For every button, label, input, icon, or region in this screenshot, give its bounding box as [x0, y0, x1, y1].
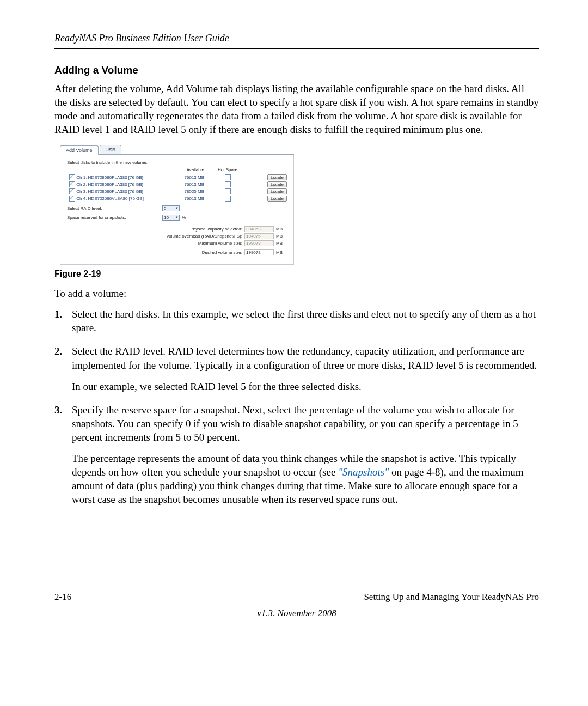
- add-volume-screenshot: Add Volume USB Select disks to include i…: [60, 145, 294, 265]
- disk-name: Ch 1: HDS728080PLA380 [76 GB]: [76, 175, 143, 180]
- disk-checkbox[interactable]: [69, 188, 75, 194]
- disk-checkbox[interactable]: [69, 181, 75, 187]
- tab-usb[interactable]: USB: [100, 145, 122, 154]
- page-number: 2-16: [54, 592, 71, 602]
- step-3: Specify the reserve space for a snapshot…: [54, 403, 539, 507]
- disk-available: 78525 MB: [158, 188, 206, 195]
- unit-mb: MB: [276, 250, 287, 255]
- column-hot-spare: Hot Spare: [206, 167, 249, 174]
- locate-button[interactable]: Locate: [267, 188, 287, 194]
- raid-level-select[interactable]: 5▾: [162, 205, 180, 211]
- section-heading: Adding a Volume: [54, 64, 539, 76]
- step-2: Select the RAID level. RAID level determ…: [54, 344, 539, 393]
- locate-button[interactable]: Locate: [267, 181, 287, 187]
- disk-row: Ch 4: HDS722580VLSA80 [76 GB] 76013 MB L…: [67, 195, 287, 202]
- disk-row: Ch 1: HDS728080PLA380 [76 GB] 76013 MB L…: [67, 174, 287, 181]
- disk-row: Ch 3: HDS728080PLA380 [76 GB] 78525 MB L…: [67, 188, 287, 195]
- steps-lead-in: To add a volume:: [54, 288, 539, 300]
- hot-spare-checkbox[interactable]: [225, 174, 231, 180]
- snapshots-link[interactable]: "Snapshots": [338, 466, 389, 478]
- running-header: ReadyNAS Pro Business Edition User Guide: [54, 33, 539, 44]
- max-volume-label: Maximum volume size:: [198, 241, 242, 246]
- snapshot-reserve-label: Space reserved for snapshots:: [67, 215, 162, 220]
- raid-level-label: Select RAID level:: [67, 206, 162, 211]
- disk-name: Ch 4: HDS722580VLSA80 [76 GB]: [76, 196, 144, 201]
- doc-version: v1.3, November 2008: [54, 608, 539, 619]
- unit-mb: MB: [276, 241, 287, 246]
- unit-mb: MB: [276, 234, 287, 239]
- step-3-continuation: The percentage represents the amount of …: [72, 452, 539, 506]
- desired-volume-input[interactable]: 199078: [244, 249, 274, 255]
- locate-button[interactable]: Locate: [267, 174, 287, 180]
- snapshot-reserve-select[interactable]: 10▾: [162, 215, 180, 221]
- volume-overhead-label: Volume overhead (RAID/Snapshot/FS):: [166, 234, 242, 239]
- step-2-continuation: In our example, we selected RAID level 5…: [72, 380, 539, 393]
- step-1: Select the hard disks. In this example, …: [54, 307, 539, 334]
- volume-overhead-value: 104975: [244, 233, 274, 239]
- disk-select-label: Select disks to include in the new volum…: [67, 160, 287, 165]
- physical-capacity-value: 304053: [244, 226, 274, 232]
- max-volume-value: 199078: [244, 240, 274, 246]
- tab-add-volume[interactable]: Add Volume: [60, 145, 99, 155]
- header-rule: [54, 48, 539, 49]
- figure-caption: Figure 2-19: [54, 269, 539, 279]
- hot-spare-checkbox[interactable]: [225, 181, 231, 187]
- hot-spare-checkbox[interactable]: [225, 188, 231, 194]
- disk-checkbox[interactable]: [69, 196, 75, 202]
- disk-row: Ch 2: HDS728080PLA380 [76 GB] 76013 MB L…: [67, 181, 287, 188]
- disk-name: Ch 3: HDS728080PLA380 [76 GB]: [76, 189, 143, 194]
- footer-rule: [54, 588, 539, 588]
- desired-volume-label: Desired volume size:: [202, 250, 242, 255]
- disk-name: Ch 2: HDS728080PLA380 [76 GB]: [76, 182, 143, 187]
- physical-capacity-label: Physical capacity selected:: [190, 227, 242, 232]
- disk-checkbox[interactable]: [69, 174, 75, 180]
- locate-button[interactable]: Locate: [267, 196, 287, 202]
- intro-paragraph: After deleting the volume, Add Volume ta…: [54, 82, 539, 136]
- unit-mb: MB: [276, 227, 287, 232]
- disk-available: 76013 MB: [158, 174, 206, 181]
- hot-spare-checkbox[interactable]: [225, 196, 231, 202]
- chapter-title: Setting Up and Managing Your ReadyNAS Pr…: [364, 592, 539, 602]
- disk-available: 76013 MB: [158, 195, 206, 202]
- column-available: Available: [158, 167, 206, 174]
- disk-available: 76013 MB: [158, 181, 206, 188]
- snapshot-unit: %: [182, 215, 186, 220]
